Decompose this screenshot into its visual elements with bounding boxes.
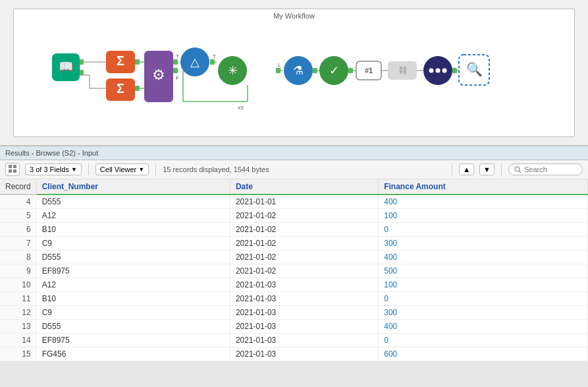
cell-date: 2021-01-03 xyxy=(230,320,378,334)
svg-rect-10 xyxy=(173,59,178,65)
cell-date: 2021-01-03 xyxy=(230,292,378,306)
search-icon xyxy=(514,166,521,173)
svg-rect-62 xyxy=(13,165,16,168)
svg-text:⛓: ⛓ xyxy=(398,65,407,75)
table-row: 5A122021-01-02100 xyxy=(0,209,588,223)
workflow-diagram: T F T #2 L xyxy=(47,22,560,128)
workflow-title: My Workflow xyxy=(14,9,574,22)
chevron-down-icon: ▼ xyxy=(71,166,77,173)
cell-finance-amount: 0 xyxy=(379,292,588,306)
cell-date: 2021-01-03 xyxy=(230,334,378,347)
svg-rect-35 xyxy=(80,59,84,65)
col-header-record: Record xyxy=(0,179,36,194)
table-row: 12C92021-01-03300 xyxy=(0,306,588,320)
table-header: Record Client_Number Date Finance Amount xyxy=(0,179,588,194)
svg-text:Σ: Σ xyxy=(117,53,124,68)
svg-rect-8 xyxy=(135,86,140,91)
cell-client-number: C9 xyxy=(36,306,230,320)
svg-text:🔍: 🔍 xyxy=(466,61,483,77)
cell-record: 9 xyxy=(0,264,36,278)
cell-client-number: EF8975 xyxy=(36,264,230,278)
grid-icon-button[interactable] xyxy=(5,163,20,176)
table-row: 9EF89752021-01-02500 xyxy=(0,264,588,278)
cell-date: 2021-01-02 xyxy=(230,251,378,264)
data-table: Record Client_Number Date Finance Amount… xyxy=(0,179,588,361)
cell-finance-amount: 100 xyxy=(379,209,588,223)
separator-2 xyxy=(155,164,156,175)
cell-viewer-label: Cell Viewer xyxy=(100,165,136,173)
cell-record: 8 xyxy=(0,251,36,264)
search-input[interactable] xyxy=(524,165,577,173)
svg-text:F: F xyxy=(176,75,179,81)
cell-date: 2021-01-02 xyxy=(230,223,378,237)
cell-finance-amount: 300 xyxy=(379,306,588,320)
svg-rect-26 xyxy=(313,68,317,73)
svg-rect-32 xyxy=(452,68,457,73)
separator-4 xyxy=(501,164,502,175)
cell-date: 2021-01-03 xyxy=(230,278,378,292)
cell-client-number: FG456 xyxy=(36,347,230,361)
svg-rect-63 xyxy=(9,169,12,173)
cell-client-number: B10 xyxy=(36,223,230,237)
svg-point-56 xyxy=(429,68,434,73)
table-container: Record Client_Number Date Finance Amount… xyxy=(0,179,588,361)
cell-record: 5 xyxy=(0,209,36,223)
svg-rect-6 xyxy=(135,59,140,65)
fields-label: 3 of 3 Fields xyxy=(30,165,69,173)
svg-text:T: T xyxy=(213,53,216,59)
svg-text:L: L xyxy=(278,62,281,68)
scroll-up-button[interactable]: ▲ xyxy=(459,164,474,175)
svg-rect-13 xyxy=(173,68,178,73)
svg-rect-23 xyxy=(276,68,281,73)
svg-rect-16 xyxy=(210,59,215,65)
search-box xyxy=(508,164,583,175)
cell-finance-amount: 0 xyxy=(379,334,588,347)
svg-text:✳: ✳ xyxy=(228,64,238,77)
cell-finance-amount: 400 xyxy=(379,251,588,264)
svg-point-58 xyxy=(442,68,447,73)
cell-finance-amount: 300 xyxy=(379,237,588,251)
svg-text:⚗: ⚗ xyxy=(293,64,304,77)
svg-text:#2: #2 xyxy=(238,105,244,111)
table-row: 4D5552021-01-01400 xyxy=(0,194,588,209)
workflow-area: My Workflow T F xyxy=(0,0,588,145)
cell-finance-amount: 400 xyxy=(379,320,588,334)
table-row: 14EF89752021-01-030 xyxy=(0,334,588,347)
cell-date: 2021-01-03 xyxy=(230,306,378,320)
cell-date: 2021-01-03 xyxy=(230,347,378,361)
cell-viewer-dropdown-button[interactable]: Cell Viewer ▼ xyxy=(95,164,149,175)
scroll-down-button[interactable]: ▼ xyxy=(479,164,494,175)
cell-finance-amount: 100 xyxy=(379,278,588,292)
cell-record: 10 xyxy=(0,278,36,292)
svg-text:Σ: Σ xyxy=(117,81,124,96)
cell-record: 15 xyxy=(0,347,36,361)
cell-record: 7 xyxy=(0,237,36,251)
svg-text:T: T xyxy=(176,53,179,59)
cell-record: 13 xyxy=(0,320,36,334)
cell-record: 14 xyxy=(0,334,36,347)
cell-record: 6 xyxy=(0,223,36,237)
table-row: 7C92021-01-02300 xyxy=(0,237,588,251)
svg-line-66 xyxy=(520,171,521,173)
cell-client-number: EF8975 xyxy=(36,334,230,347)
svg-rect-28 xyxy=(348,68,353,73)
chevron-down-icon-2: ▼ xyxy=(138,166,144,173)
cell-client-number: A12 xyxy=(36,209,230,223)
separator-1 xyxy=(88,164,89,175)
table-row: 11B102021-01-030 xyxy=(0,292,588,306)
results-header: Results - Browse (S2) - Input xyxy=(0,146,588,160)
cell-date: 2021-01-02 xyxy=(230,237,378,251)
cell-finance-amount: 400 xyxy=(379,194,588,209)
separator-3 xyxy=(452,164,452,175)
fields-dropdown-button[interactable]: 3 of 3 Fields ▼ xyxy=(25,164,82,175)
grid-icon xyxy=(9,165,16,173)
cell-client-number: D555 xyxy=(36,320,230,334)
col-header-finance-amount: Finance Amount xyxy=(379,179,588,194)
svg-rect-36 xyxy=(80,70,84,75)
svg-rect-61 xyxy=(9,165,12,168)
cell-finance-amount: 600 xyxy=(379,347,588,361)
cell-date: 2021-01-02 xyxy=(230,264,378,278)
cell-client-number: D555 xyxy=(36,251,230,264)
col-header-client-number: Client_Number xyxy=(36,179,230,194)
results-toolbar: 3 of 3 Fields ▼ Cell Viewer ▼ 15 records… xyxy=(0,160,588,179)
